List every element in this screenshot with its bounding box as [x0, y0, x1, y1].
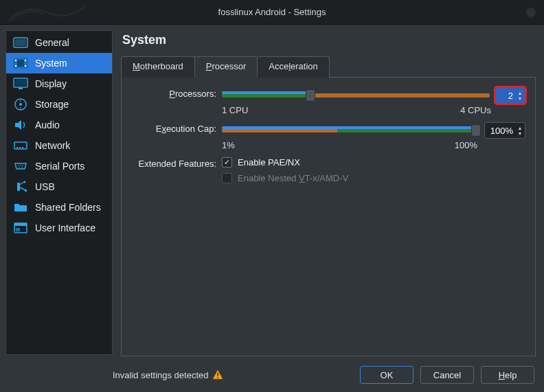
spin-down-icon[interactable]: ▼	[517, 95, 523, 101]
sidebar-item-label: USB	[35, 181, 55, 192]
processors-spinbox[interactable]: 2 ▲ ▼	[495, 87, 525, 104]
display-icon	[13, 77, 28, 91]
sidebar-item-storage[interactable]: Storage	[6, 94, 112, 115]
sidebar-item-label: Storage	[35, 99, 69, 110]
cpu-min-label: 1 CPU	[222, 105, 248, 115]
ok-button[interactable]: OK	[360, 366, 413, 384]
sidebar-item-label: User Interface	[35, 222, 95, 233]
tab-acceleration[interactable]: Acceleration	[257, 56, 330, 78]
sidebar-item-user-interface[interactable]: User Interface	[6, 218, 112, 238]
window-close-button[interactable]	[526, 8, 536, 17]
invalid-settings-message[interactable]: Invalid settings detected	[113, 369, 223, 380]
dialog-footer: Invalid settings detected OK Cancel Help	[0, 360, 544, 392]
network-icon	[13, 139, 28, 152]
svg-point-6	[25, 65, 26, 67]
sidebar-item-general[interactable]: General	[6, 32, 112, 53]
svg-point-5	[25, 60, 26, 61]
svg-point-3	[15, 60, 16, 61]
svg-rect-9	[15, 80, 26, 86]
svg-rect-14	[16, 147, 18, 148]
enable-pae-nx-label: Enable PAE/NX	[238, 157, 300, 168]
enable-nested-vt-row: Enable Nested VT-x/AMD-V	[222, 173, 525, 183]
svg-point-17	[18, 165, 19, 166]
cancel-button[interactable]: Cancel	[420, 366, 474, 384]
tab-bar: Motherboard Processor Acceleration	[121, 56, 536, 78]
svg-rect-7	[17, 60, 24, 67]
sidebar-item-label: Display	[35, 78, 67, 89]
sidebar-item-label: Serial Ports	[35, 161, 84, 172]
folder-icon	[13, 200, 28, 214]
svg-rect-28	[218, 373, 219, 376]
execution-cap-spinbox[interactable]: 100% ▲ ▼	[484, 122, 525, 139]
execution-cap-label: Execution Cap:	[131, 122, 222, 134]
sidebar-item-label: System	[35, 58, 67, 69]
sidebar-item-label: Shared Folders	[35, 202, 101, 213]
extended-features-label: Extended Features:	[131, 157, 222, 169]
svg-rect-29	[218, 377, 219, 378]
spin-down-icon[interactable]: ▼	[517, 130, 523, 136]
svg-rect-24	[25, 189, 27, 192]
sidebar-item-usb[interactable]: USB	[6, 176, 112, 197]
execution-cap-value[interactable]: 100%	[489, 126, 515, 136]
processor-panel: Processors: 2 ▲ ▼	[121, 78, 536, 356]
sidebar-item-network[interactable]: Network	[6, 135, 112, 156]
audio-icon	[13, 118, 28, 132]
processors-value[interactable]: 2	[500, 91, 515, 101]
storage-icon	[13, 97, 28, 111]
svg-rect-16	[22, 147, 23, 148]
exec-max-label: 100%	[455, 140, 477, 150]
svg-rect-15	[19, 147, 21, 148]
tab-processor[interactable]: Processor	[194, 56, 258, 78]
sidebar-item-audio[interactable]: Audio	[6, 115, 112, 135]
window-titlebar: fosslinux Android - Settings	[0, 0, 544, 25]
sidebar-item-label: Audio	[35, 119, 60, 130]
kali-dragon-icon	[5, 0, 88, 25]
serial-port-icon	[13, 159, 28, 173]
sidebar-item-system[interactable]: System	[6, 53, 112, 73]
svg-point-19	[22, 165, 23, 166]
enable-nested-vt-label: Enable Nested VT-x/AMD-V	[238, 173, 348, 183]
cpu-max-label: 4 CPUs	[460, 105, 491, 115]
execution-cap-slider[interactable]	[222, 124, 479, 137]
processors-slider[interactable]	[222, 89, 490, 102]
svg-rect-1	[15, 39, 26, 46]
svg-point-21	[21, 167, 23, 168]
slider-handle[interactable]	[471, 124, 481, 137]
svg-rect-22	[17, 183, 20, 191]
sidebar-item-label: Network	[35, 140, 70, 151]
sidebar-item-serial-ports[interactable]: Serial Ports	[6, 156, 112, 176]
warning-icon	[212, 369, 223, 380]
enable-pae-nx-row[interactable]: ✓ Enable PAE/NX	[222, 157, 525, 168]
svg-point-20	[19, 167, 20, 168]
general-icon	[13, 36, 28, 49]
page-title: System	[122, 33, 536, 47]
checkbox-icon	[222, 173, 232, 183]
sidebar-item-shared-folders[interactable]: Shared Folders	[6, 197, 112, 218]
processors-label: Processors:	[131, 87, 222, 99]
svg-rect-27	[16, 228, 20, 231]
spin-up-icon[interactable]: ▲	[517, 125, 523, 130]
svg-rect-26	[14, 223, 27, 226]
svg-point-18	[20, 165, 21, 166]
usb-icon	[13, 180, 28, 194]
window-title: fosslinux Android - Settings	[218, 7, 326, 17]
ui-icon	[13, 221, 28, 235]
tab-motherboard[interactable]: Motherboard	[121, 56, 195, 78]
spin-up-icon[interactable]: ▲	[517, 90, 523, 95]
svg-point-23	[24, 181, 26, 183]
content-panel: System Motherboard Processor Acceleratio…	[117, 25, 544, 360]
sidebar-item-label: General	[35, 37, 69, 48]
svg-rect-10	[19, 88, 23, 89]
svg-point-4	[15, 65, 16, 67]
system-icon	[13, 56, 28, 70]
settings-sidebar: General System Display Storage Audio	[5, 30, 113, 355]
svg-point-12	[19, 103, 22, 106]
help-button[interactable]: Help	[481, 366, 534, 384]
checkbox-icon[interactable]: ✓	[222, 157, 232, 168]
sidebar-item-display[interactable]: Display	[6, 73, 112, 94]
exec-min-label: 1%	[222, 140, 235, 150]
slider-handle[interactable]	[306, 89, 315, 102]
